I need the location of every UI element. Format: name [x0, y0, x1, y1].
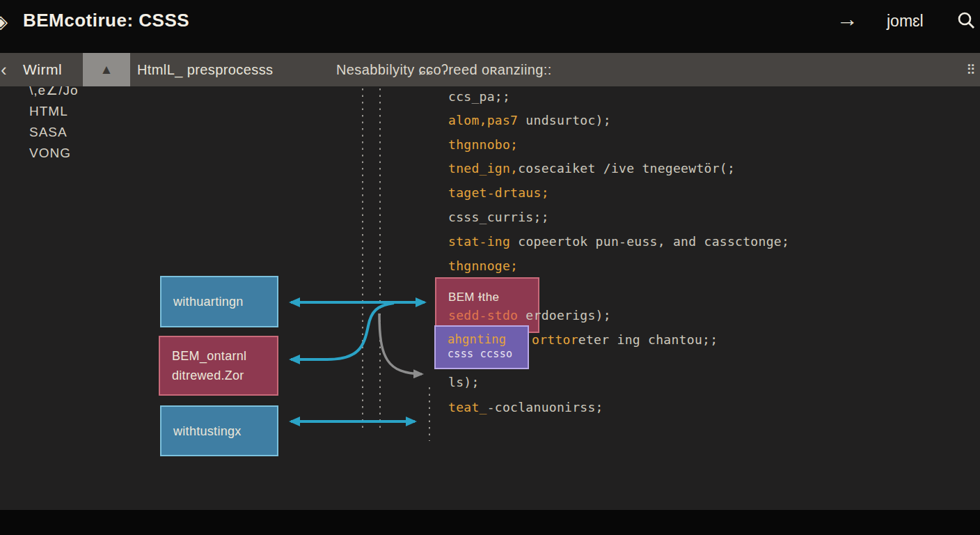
forward-arrow-icon[interactable]: →	[837, 7, 858, 32]
box-label: ditrewed.Zor	[172, 366, 277, 385]
arrow-gray-to-purple	[379, 313, 422, 374]
grid-dots-icon[interactable]: ⠿	[966, 62, 976, 78]
box-label: withuartingn	[173, 292, 277, 311]
code-line: orttoreter ing chantou;;	[532, 332, 718, 347]
page-title: BEMcotirue: CSSS	[23, 10, 189, 31]
box-label: csss ccsso	[448, 347, 528, 361]
code-token: thgnnoge;	[448, 258, 518, 273]
code-line: alom,pas7 undsurtoc);	[448, 113, 611, 127]
sidebar-list: \,e∠/JoHTMLSASAVONG	[29, 80, 79, 164]
code-token: teat_	[448, 400, 487, 414]
app-window: ◈ BEMcotirue: CSSS → jomɛl ‹ Wirml ▲ Htm…	[0, 0, 980, 535]
code-line: ccs_pa;;	[448, 89, 510, 104]
bottom-bar	[0, 510, 980, 535]
code-token: copeertok pun-euss, and cassctonge;	[510, 234, 789, 249]
diagram-box-withtustingx: withtustingx	[160, 405, 278, 456]
code-token: ccs_pa;;	[448, 89, 510, 104]
diagram-box-bem-ontarnl: BEM_ontarnl ditrewed.Zor	[159, 336, 278, 396]
code-line: tned_ign,cosecaiket /ive tnegeewtör(;	[448, 161, 735, 176]
arrow-ontarnl-curve	[291, 303, 394, 359]
code-token: tned_ign,	[448, 161, 518, 176]
code-token: thgnnobo;	[448, 137, 518, 152]
sidebar-item[interactable]: VONG	[29, 143, 79, 164]
box-label: BEM_ontarnl	[172, 346, 277, 366]
diamond-icon: ◈	[0, 11, 8, 33]
toolbar-label-wirml: Wirml	[23, 61, 62, 78]
code-line: teat_-coclanuonirss;	[448, 400, 603, 414]
code-line: stat-ing copeertok pun-euss, and casscto…	[448, 234, 789, 249]
toolbar-label-html-preprocess: HtmlL_ presprocesss	[137, 62, 273, 78]
code-token: orttor	[532, 332, 578, 347]
code-token: undsurtoc);	[518, 113, 611, 127]
box-label: withtustingx	[173, 421, 277, 441]
code-token: alom,pas7	[448, 113, 518, 127]
diagram-box-bem-the: BEM ɫthe	[435, 277, 539, 333]
top-bar: ◈ BEMcotirue: CSSS → jomɛl	[0, 0, 980, 53]
code-token: stat-ing	[448, 234, 510, 249]
search-icon[interactable]	[956, 10, 976, 33]
triangle-button[interactable]: ▲	[83, 53, 130, 86]
code-token: cosecaiket /ive tnegeewtör(;	[518, 161, 735, 176]
code-line: thgnnobo;	[448, 137, 518, 152]
code-token: ls);	[448, 375, 480, 389]
toolbar: ‹ Wirml ▲ HtmlL_ presprocesss Nesabbilyi…	[0, 53, 980, 86]
box-label: BEM ɫthe	[448, 288, 538, 307]
code-line: thgnnoge;	[448, 258, 518, 273]
code-line: csss_curris;;	[448, 210, 549, 224]
diagram-box-withuartingn: withuartingn	[160, 276, 278, 327]
back-chevron-icon[interactable]: ‹	[1, 59, 7, 81]
code-token: -coclanuonirss;	[487, 400, 603, 414]
sidebar-item[interactable]: HTML	[29, 101, 79, 122]
sidebar-item[interactable]: SASA	[29, 122, 79, 143]
diagram-box-ahgnting: ahgnting csss ccsso	[434, 325, 529, 369]
code-token: csss_curris;;	[448, 210, 549, 224]
code-line: taget-drtaus;	[448, 185, 549, 200]
user-label: jomɛl	[887, 12, 924, 31]
code-line: ls);	[448, 375, 480, 389]
triangle-up-icon: ▲	[100, 62, 113, 77]
code-token: taget-drtaus;	[448, 185, 549, 200]
code-token: eter ing chantou;;	[578, 332, 718, 347]
toolbar-label-nesting: Nesabbilyity ɕɕoʔreed oʀanziing::	[336, 62, 552, 78]
box-label: ahgnting	[448, 332, 528, 347]
